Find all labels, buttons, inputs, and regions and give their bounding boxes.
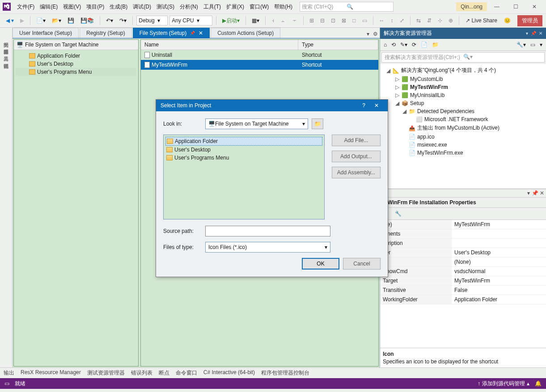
tab-User Interface (Setup)[interactable]: User Interface (Setup) <box>13 28 79 38</box>
menu-帮助(H)[interactable]: 帮助(H) <box>271 1 295 13</box>
fs-tree-item[interactable]: User's Programs Menu <box>16 68 136 76</box>
props-az-icon[interactable]: 🔧 <box>393 209 404 219</box>
up-folder-button[interactable]: 📁 <box>312 118 323 129</box>
prop-row[interactable]: ShowCmdvsdscNormal <box>380 267 546 276</box>
dialog-list-item[interactable]: Application Folder <box>165 137 322 146</box>
tb-space3[interactable]: ⊹ <box>436 16 444 25</box>
lookin-combo[interactable]: 🖥️ File System on Target Machine▾ <box>205 118 308 129</box>
redo-button[interactable]: ↷▾ <box>117 16 129 25</box>
save-all-button[interactable]: 💾📚 <box>78 16 96 25</box>
menu-窗口(W)[interactable]: 窗口(W) <box>247 1 271 13</box>
fs-list-row[interactable]: UninstallShortcut <box>141 50 378 60</box>
panel-pin-icon[interactable]: 📌 <box>531 31 536 36</box>
prop-row[interactable]: me)MyTestWinFrm <box>380 220 546 229</box>
tb-size3[interactable]: ⤢ <box>398 16 406 25</box>
ok-button[interactable]: OK <box>302 258 339 270</box>
status-add-source[interactable]: ↑ 添加到源代码管理 ▴ <box>478 380 529 388</box>
tab-File System (Setup)[interactable]: File System (Setup)📌✕ <box>133 28 210 38</box>
sln-home-icon[interactable]: ⌂ <box>382 40 389 49</box>
menu-项目(P)[interactable]: 项目(P) <box>84 1 107 13</box>
menu-文件(F)[interactable]: 文件(F) <box>14 1 37 13</box>
prop-row[interactable]: scription <box>380 239 546 248</box>
sln-back-icon[interactable]: ⟲ <box>389 40 398 49</box>
nav-back-button[interactable]: ◀ ▾ <box>4 16 16 25</box>
sln-node[interactable]: 📄 msiexec.exe <box>382 141 544 149</box>
menu-生成(B)[interactable]: 生成(B) <box>107 1 130 13</box>
solution-search-input[interactable]: 搜索解决方案资源管理器(Ctrl+;) 🔍▾ <box>381 52 545 63</box>
config-combo[interactable]: Debug▾ <box>136 16 168 25</box>
tb-align3[interactable]: ⫟ <box>290 16 300 25</box>
start-debug-button[interactable]: ▶ 启动 ▾ <box>220 15 242 26</box>
dialog-help-button[interactable]: ? <box>358 102 370 109</box>
sln-node[interactable]: 📤 主输出 from MyCustomLib (Active) <box>382 123 544 133</box>
dialog-list-item[interactable]: User's Programs Menu <box>165 154 322 162</box>
sln-pen-icon[interactable]: ✎▾ <box>398 40 409 49</box>
tab-close-icon[interactable]: ✕ <box>199 30 203 36</box>
menu-测试(S)[interactable]: 测试(S) <box>154 1 177 13</box>
menu-视图(V)[interactable]: 视图(V) <box>60 1 84 13</box>
tb-grid1[interactable]: ⊞ <box>307 16 316 25</box>
col-name[interactable]: Name <box>141 40 298 50</box>
source-path-input[interactable] <box>205 226 330 236</box>
tb-align2[interactable]: ⫠ <box>278 16 288 25</box>
add-file-button[interactable]: Add File... <box>332 135 381 146</box>
tb-grid4[interactable]: ⊠ <box>339 16 348 25</box>
dialog-item-list[interactable]: Application Folder User's Desktop User's… <box>163 135 325 219</box>
prop-row[interactable]: WorkingFolderApplication Folder <box>380 295 546 304</box>
sln-node[interactable]: ◢ 📦 Setup <box>382 99 544 107</box>
user-badge[interactable]: Qin...ong <box>456 2 487 11</box>
sln-node[interactable]: ⬜ Microsoft .NET Framework <box>382 115 544 123</box>
menu-分析(N)[interactable]: 分析(N) <box>177 1 201 13</box>
feedback-icon[interactable]: 😐 <box>502 16 513 25</box>
live-share-button[interactable]: ↗ Live Share <box>463 17 500 25</box>
sln-sync-icon[interactable]: ⟳ <box>410 40 418 49</box>
new-project-button[interactable]: 📄▾ <box>34 16 48 25</box>
sln-node[interactable]: ▷ 🟩 MyUninsiallLib <box>382 91 544 99</box>
platform-combo[interactable]: Any CPU▾ <box>169 16 212 25</box>
tb-space4[interactable]: ⊕ <box>446 16 455 25</box>
dialog-close-button[interactable]: ✕ <box>370 102 383 109</box>
minimize-button[interactable]: — <box>488 0 506 13</box>
tb-grid5[interactable]: □ <box>350 16 358 25</box>
maximize-button[interactable]: ☐ <box>507 0 525 13</box>
sln-node[interactable]: 📄 app.ico <box>382 133 544 141</box>
tab-scroll-icon[interactable]: ▾ <box>365 30 371 38</box>
fs-tree-item[interactable]: User's Desktop <box>16 60 136 68</box>
bottom-tab-测试资源管理器[interactable]: 测试资源管理器 <box>87 369 125 377</box>
bottom-tab-断点[interactable]: 断点 <box>159 369 169 377</box>
tb-extra1[interactable]: ▦▾ <box>250 16 262 25</box>
undo-button[interactable]: ↶▾ <box>104 16 115 25</box>
menu-编辑(E)[interactable]: 编辑(E) <box>37 1 60 13</box>
cancel-button[interactable]: Cancel <box>343 258 381 270</box>
bottom-tab-输出[interactable]: 输出 <box>4 369 14 377</box>
tb-grid6[interactable]: ▭ <box>360 16 369 25</box>
tb-space2[interactable]: ⇵ <box>425 16 434 25</box>
properties-header[interactable]: stWinFrm File Installation Properties <box>380 198 546 208</box>
menu-调试(D)[interactable]: 调试(D) <box>130 1 154 13</box>
sln-node[interactable]: 📄 MyTestWinFrm.exe <box>382 149 544 157</box>
col-type[interactable]: Type <box>298 40 378 50</box>
sln-node[interactable]: ▷ 🟩 MyCustomLib <box>382 75 544 83</box>
bottom-tab-错误列表[interactable]: 错误列表 <box>131 369 152 377</box>
add-assembly-button[interactable]: Add Assembly... <box>332 167 381 178</box>
tab-tools-icon[interactable]: ⚙ <box>371 30 380 38</box>
bottom-tab-程序包管理器控制台[interactable]: 程序包管理器控制台 <box>261 369 309 377</box>
panel-close-icon[interactable]: ✕ <box>539 31 542 36</box>
tab-Custom Actions (Setup)[interactable]: Custom Actions (Setup) <box>211 28 280 38</box>
bottom-tab-ResX Resource Manager[interactable]: ResX Resource Manager <box>21 369 81 377</box>
fs-list-row[interactable]: MyTestWinFrmShortcut <box>141 60 378 70</box>
sln-more2-icon[interactable]: ▾ <box>538 40 544 49</box>
props-menu-icon[interactable]: ▾ 📌 ✕ <box>527 190 544 196</box>
tab-Registry (Setup)[interactable]: Registry (Setup) <box>80 28 132 38</box>
add-output-button[interactable]: Add Output... <box>332 151 381 162</box>
sln-wrench-icon[interactable]: 🔧▾ <box>515 40 528 49</box>
tb-align1[interactable]: ⫞ <box>269 16 276 25</box>
pin-icon[interactable]: 📌 <box>190 31 195 35</box>
tb-grid3[interactable]: ⊡ <box>329 16 338 25</box>
panel-menu-icon[interactable]: ▾ <box>526 31 528 36</box>
menu-扩展(X)[interactable]: 扩展(X) <box>224 1 247 13</box>
sln-folder-icon[interactable]: 📁 <box>430 40 440 49</box>
tb-space1[interactable]: ⇆ <box>414 16 423 25</box>
solution-root[interactable]: ◢📐 解决方案"QingLong"(4 个项目，共 4 个) <box>382 66 544 75</box>
tb-grid2[interactable]: ⊟ <box>318 16 327 25</box>
